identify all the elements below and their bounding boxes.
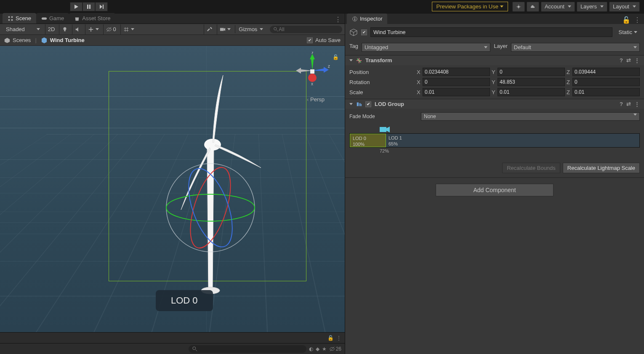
layer-dropdown[interactable]: Default: [511, 43, 640, 52]
lod-strip[interactable]: LOD 0 100% LOD 1 65%: [349, 133, 640, 148]
svg-rect-48: [354, 17, 355, 18]
preset-icon[interactable]: ⇄: [626, 101, 631, 107]
lod-segment-1[interactable]: LOD 1 65%: [386, 134, 639, 147]
enabled-checkbox[interactable]: [365, 101, 371, 107]
top-toolbar: Preview Packages in Use Account Layers L…: [0, 0, 644, 13]
checkbox-icon[interactable]: [307, 37, 313, 43]
recalculate-bounds-button[interactable]: Recalculate Bounds: [502, 163, 560, 173]
shading-mode-dropdown[interactable]: Shaded: [3, 25, 43, 33]
scale-y-input[interactable]: [498, 88, 565, 96]
rotation-z-input[interactable]: [572, 78, 640, 86]
component-title: LOD Group: [375, 101, 404, 107]
lock-icon[interactable]: 🔓: [622, 16, 631, 24]
audio-toggle[interactable]: [72, 24, 83, 34]
gizmos-dropdown[interactable]: Gizmos: [235, 25, 266, 33]
lock-icon[interactable]: 🔓: [333, 54, 339, 60]
svg-rect-53: [380, 127, 386, 132]
breadcrumb-object[interactable]: Wind Turbine: [41, 37, 85, 44]
foldout-icon[interactable]: [349, 103, 353, 105]
breadcrumb: Scenes | Wind Turbine Auto Save: [0, 35, 345, 46]
chevron-down-icon: [568, 5, 571, 8]
chevron-down-icon: [227, 28, 231, 30]
inspector-tabs-row: Inspector 🔓 ⋮: [345, 13, 644, 24]
prefab-cube-icon: [349, 28, 358, 37]
position-y-input[interactable]: [498, 68, 565, 76]
svg-line-21: [277, 30, 278, 31]
preset-icon[interactable]: ⇄: [626, 57, 631, 63]
active-checkbox[interactable]: [361, 29, 367, 35]
prefab-icon: [41, 37, 48, 44]
layer-label: Layer: [494, 43, 508, 52]
preview-packages-button[interactable]: Preview Packages in Use: [432, 2, 508, 11]
step-button[interactable]: [95, 2, 108, 11]
layers-dropdown[interactable]: Layers: [577, 2, 607, 12]
tag-dropdown[interactable]: Untagged: [362, 43, 490, 52]
svg-marker-22: [5, 37, 10, 42]
svg-point-20: [274, 27, 277, 30]
grid-icon: [123, 26, 129, 32]
breadcrumb-scenes[interactable]: Scenes: [4, 37, 31, 43]
tab-game[interactable]: Game: [36, 13, 69, 24]
cloud-icon-button[interactable]: [527, 2, 539, 12]
project-search[interactable]: [189, 345, 306, 353]
menu-icon[interactable]: ⋮: [634, 101, 640, 107]
tab-menu-icon[interactable]: ⋮: [335, 16, 341, 24]
lighting-toggle[interactable]: [59, 24, 70, 34]
rotation-x-input[interactable]: [423, 78, 490, 86]
projection-label[interactable]: ‹ Persp: [307, 96, 325, 103]
fade-mode-label: Fade Mode: [349, 114, 421, 119]
tab-asset-store[interactable]: Asset Store: [69, 13, 115, 24]
svg-line-43: [196, 349, 197, 351]
pause-button[interactable]: [82, 2, 95, 11]
svg-rect-50: [357, 102, 359, 106]
play-button[interactable]: [70, 2, 82, 11]
toggle-2d-button[interactable]: 2D: [45, 24, 58, 34]
unity-icon: [4, 37, 10, 43]
camera-settings-button[interactable]: [217, 24, 233, 34]
foldout-icon[interactable]: [349, 59, 353, 61]
filter-label-icon[interactable]: ◆: [316, 346, 319, 352]
static-dropdown[interactable]: Static: [616, 28, 640, 37]
rotation-y-input[interactable]: [498, 78, 565, 86]
collab-icon-button[interactable]: [512, 2, 525, 12]
info-icon: [352, 16, 358, 22]
scale-x-input[interactable]: [423, 88, 490, 96]
position-x-input[interactable]: [423, 68, 490, 76]
component-title: Transform: [365, 57, 392, 63]
favorite-icon[interactable]: ★: [322, 346, 327, 352]
effects-toggle[interactable]: [85, 24, 101, 34]
help-icon[interactable]: ?: [620, 57, 623, 63]
tab-inspector[interactable]: Inspector: [347, 13, 387, 24]
search-icon: [192, 346, 198, 352]
recalculate-lightmap-button[interactable]: Recalculate Lightmap Scale: [563, 163, 640, 173]
hidden-count[interactable]: 26: [329, 346, 341, 352]
orientation-gizmo[interactable]: y z x: [293, 52, 331, 90]
add-component-button[interactable]: Add Component: [436, 184, 554, 196]
account-dropdown[interactable]: Account: [541, 2, 575, 12]
lock-icon[interactable]: 🔓: [327, 335, 334, 341]
component-tools-button[interactable]: [204, 24, 215, 34]
help-icon[interactable]: ?: [620, 101, 623, 107]
menu-icon[interactable]: ⋮: [336, 335, 341, 341]
layout-dropdown[interactable]: Layout: [609, 2, 640, 12]
scene-view[interactable]: y z x 🔓 ‹ Persp LOD 0: [0, 46, 345, 332]
menu-icon[interactable]: ⋮: [634, 57, 640, 63]
lod-camera-icon[interactable]: [380, 126, 391, 133]
position-z-input[interactable]: [572, 68, 640, 76]
svg-marker-32: [310, 54, 315, 59]
scene-search[interactable]: [270, 26, 342, 33]
hidden-objects-toggle[interactable]: 0: [103, 24, 118, 34]
tab-scene[interactable]: Scene: [3, 13, 36, 24]
menu-icon[interactable]: ⋮: [634, 16, 641, 24]
svg-rect-41: [310, 69, 314, 74]
lod-segment-0[interactable]: LOD 0 100%: [350, 134, 386, 147]
gameobject-name-input[interactable]: [370, 27, 612, 37]
fade-mode-dropdown[interactable]: None: [421, 112, 640, 121]
wind-turbine-model[interactable]: [126, 75, 295, 311]
search-input[interactable]: [279, 26, 339, 32]
gamepad-icon: [41, 16, 47, 21]
grid-toggle[interactable]: [120, 24, 137, 34]
autosave-toggle[interactable]: Auto Save: [307, 37, 341, 43]
scale-z-input[interactable]: [572, 88, 640, 96]
filter-type-icon[interactable]: ◐: [309, 346, 313, 352]
